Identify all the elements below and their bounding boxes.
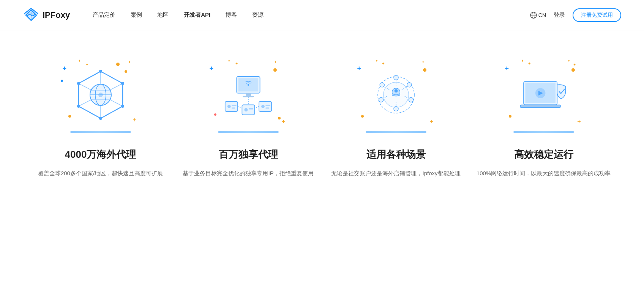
- svg-rect-34: [265, 105, 270, 106]
- svg-rect-36: [242, 105, 254, 115]
- lang-label: CN: [538, 12, 546, 18]
- svg-point-48: [409, 97, 413, 102]
- nav-resources[interactable]: 资源: [252, 11, 264, 19]
- language-selector[interactable]: CN: [530, 12, 546, 19]
- svg-point-29: [227, 105, 230, 108]
- deco-spark-st4: ✦: [573, 63, 576, 67]
- svg-point-46: [393, 75, 398, 80]
- deco-spark-e2: ✦: [235, 61, 238, 66]
- dash-line-1: [70, 131, 131, 133]
- deco-plus-1: +: [63, 64, 67, 72]
- illustration-exclusive: + + ✦ ✦ ✦: [207, 53, 290, 137]
- svg-point-25: [247, 84, 249, 86]
- svg-point-45: [394, 89, 398, 93]
- feature-desc-scenarios: 无论是社交账户还是海外店铺管理，Ipfoxy都能处理: [331, 168, 460, 178]
- deco-plus-e1: +: [210, 64, 214, 72]
- logo-area[interactable]: IPFoxy: [23, 8, 70, 22]
- deco-spark-s3: ✦: [421, 60, 425, 64]
- svg-line-39: [238, 107, 242, 108]
- deco-spark-s1: ✦: [375, 59, 378, 63]
- svg-rect-62: [520, 105, 560, 107]
- deco-plus-s2: +: [429, 118, 433, 125]
- deco-plus-st1: +: [505, 64, 509, 72]
- logo-icon: [23, 8, 39, 22]
- deco-dot-e1: [273, 68, 277, 72]
- register-button[interactable]: 注册免费试用: [573, 8, 621, 22]
- laptop-shield-icon: [515, 70, 572, 119]
- svg-point-51: [380, 83, 384, 87]
- deco-spark-2: ✦: [85, 63, 88, 67]
- feature-desc-proxy40m: 覆盖全球200多个国家/地区，超快速且高度可扩展: [38, 168, 163, 178]
- deco-dot-e3: [278, 117, 281, 119]
- features-section: + + ✦ ✦ ✦: [0, 30, 644, 193]
- feature-title-scenarios: 适用各种场景: [366, 148, 426, 161]
- nav-api[interactable]: 开发者API: [184, 11, 210, 19]
- nav-blog[interactable]: 博客: [226, 11, 237, 19]
- navbar: IPFoxy 产品定价 案例 地区 开发者API 博客 资源 CN 登录 注册免…: [0, 0, 644, 30]
- svg-point-22: [98, 93, 103, 97]
- dash-line-2: [218, 131, 279, 133]
- dash-line-4: [513, 131, 574, 133]
- svg-point-37: [244, 108, 248, 112]
- svg-rect-31: [232, 107, 235, 109]
- illustration-scenarios: + + ✦ ✦ ✦: [354, 53, 438, 137]
- svg-rect-28: [225, 102, 237, 112]
- deco-spark-e3: ✦: [274, 60, 277, 64]
- login-button[interactable]: 登录: [554, 11, 565, 19]
- svg-point-33: [261, 105, 265, 108]
- nav-pricing[interactable]: 产品定价: [93, 11, 115, 19]
- deco-spark-1: ✦: [78, 59, 81, 63]
- feature-title-proxy40m: 4000万海外代理: [65, 148, 136, 161]
- feature-card-proxy40m: + + ✦ ✦ ✦: [30, 53, 170, 178]
- nav-right: CN 登录 注册免费试用: [530, 8, 621, 22]
- deco-dot-3: [68, 115, 71, 118]
- svg-point-49: [393, 107, 398, 111]
- feature-card-exclusive: + + ✦ ✦ ✦: [178, 53, 318, 178]
- svg-rect-35: [265, 107, 269, 109]
- deco-dot-st2: [509, 115, 511, 118]
- svg-point-47: [407, 83, 411, 87]
- nav-links: 产品定价 案例 地区 开发者API 博客 资源: [93, 11, 530, 19]
- globe-icon: [530, 12, 537, 19]
- svg-line-40: [254, 107, 259, 108]
- globe-hex-icon: [74, 68, 127, 121]
- deco-plus-2: +: [133, 116, 136, 123]
- nav-cases[interactable]: 案例: [131, 11, 142, 19]
- illustration-proxy40m: + + ✦ ✦ ✦: [59, 53, 142, 137]
- deco-spark-st1: ✦: [521, 59, 524, 63]
- feature-card-scenarios: + + ✦ ✦ ✦: [326, 53, 466, 178]
- feature-card-stable: + + ✦ ✦ ✦ ✦: [474, 53, 614, 178]
- feature-desc-exclusive: 基于业务目标完全优化的独享专用IP，拒绝重复使用: [183, 168, 313, 178]
- deco-plus-s1: +: [357, 64, 361, 72]
- svg-rect-38: [248, 108, 253, 110]
- person-network-icon: [369, 70, 423, 119]
- deco-spark-e1: ✦: [227, 59, 230, 63]
- svg-rect-26: [246, 93, 251, 96]
- deco-dot-1: [125, 70, 127, 73]
- network-icon: [222, 70, 275, 119]
- svg-rect-32: [259, 102, 271, 112]
- deco-dot-s2: [361, 115, 364, 118]
- deco-plus-e2: +: [282, 118, 285, 125]
- dash-line-3: [366, 131, 426, 133]
- svg-rect-27: [243, 96, 254, 97]
- deco-dot-2: [116, 63, 120, 66]
- deco-plus-st2: +: [577, 118, 581, 125]
- feature-title-stable: 高效稳定运行: [514, 148, 573, 161]
- svg-point-0: [27, 12, 35, 20]
- svg-point-50: [379, 97, 383, 102]
- deco-dot-st1: [571, 68, 575, 72]
- deco-dot-e2: [214, 113, 216, 116]
- deco-dot-s1: [423, 68, 426, 72]
- deco-spark-st2: ✦: [528, 61, 531, 66]
- feature-title-exclusive: 百万独享代理: [219, 148, 278, 161]
- deco-spark-st3: ✦: [567, 59, 570, 63]
- feature-desc-stable: 100%网络运行时间，以最大的速度确保最高的成功率: [477, 168, 611, 178]
- deco-dot-4: [61, 80, 63, 82]
- deco-spark-s2: ✦: [382, 61, 385, 66]
- nav-region[interactable]: 地区: [157, 11, 169, 19]
- deco-spark-3: ✦: [128, 60, 131, 64]
- illustration-stable: + + ✦ ✦ ✦ ✦: [502, 53, 586, 137]
- logo-text: IPFoxy: [43, 10, 70, 20]
- svg-rect-30: [232, 105, 236, 106]
